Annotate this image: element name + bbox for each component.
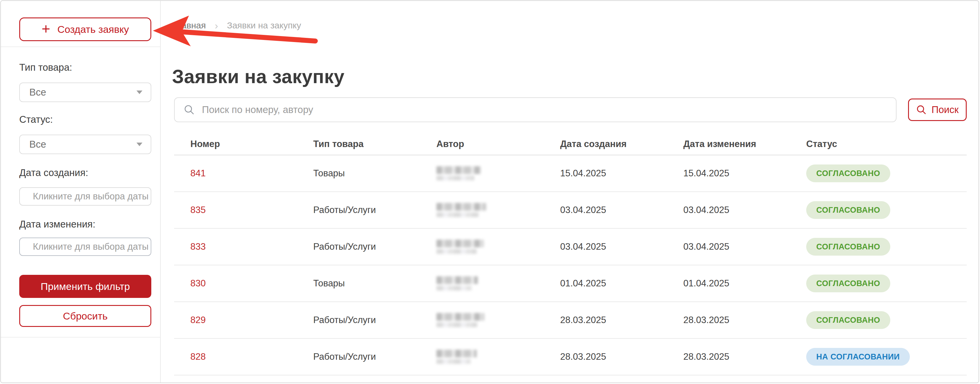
table-row[interactable]: 829 Работы/Услуги 28.03.2025 28.03.2025 … xyxy=(174,302,967,339)
search-button[interactable]: Поиск xyxy=(908,98,967,121)
request-modified-date: 03.04.2025 xyxy=(667,241,790,252)
product-type-select[interactable]: Все xyxy=(19,83,151,102)
request-type: Работы/Услуги xyxy=(297,241,420,252)
page-title: Заявки на закупку xyxy=(172,66,345,87)
status-badge: СОГЛАСОВАНО xyxy=(806,201,890,219)
request-status-cell: СОГЛАСОВАНО xyxy=(790,275,967,292)
product-type-value: Все xyxy=(29,87,137,98)
request-created-date: 03.04.2025 xyxy=(544,241,667,252)
create-request-label: Создать заявку xyxy=(57,24,129,35)
request-number-link[interactable]: 833 xyxy=(174,241,297,252)
request-modified-date: 03.04.2025 xyxy=(667,205,790,215)
table-row[interactable]: 835 Работы/Услуги 03.04.2025 03.04.2025 … xyxy=(174,192,967,228)
table-row[interactable]: 828 Работы/Услуги 28.03.2025 28.03.2025 … xyxy=(174,339,967,375)
request-number-link[interactable]: 841 xyxy=(174,168,297,179)
table-body: 841 Товары 15.04.2025 15.04.2025 СОГЛАСО… xyxy=(174,156,967,375)
breadcrumb-home-link[interactable]: Главная xyxy=(172,21,206,30)
request-modified-date: 28.03.2025 xyxy=(667,315,790,325)
request-status-cell: СОГЛАСОВАНО xyxy=(790,238,967,255)
status-label: Статус: xyxy=(19,114,53,125)
status-badge: СОГЛАСОВАНО xyxy=(806,165,890,182)
column-header-status: Статус xyxy=(790,139,967,149)
breadcrumb: Главная › Заявки на закупку xyxy=(172,21,301,30)
request-type: Товары xyxy=(297,168,420,179)
search-placeholder: Поиск по номеру, автору xyxy=(202,104,313,115)
redacted-author xyxy=(436,276,478,290)
sidebar-divider xyxy=(1,337,161,338)
breadcrumb-current: Заявки на закупку xyxy=(227,21,301,30)
create-request-button[interactable]: + Создать заявку xyxy=(19,17,151,41)
status-badge: НА СОГЛАСОВАНИИ xyxy=(806,348,910,366)
column-header-created: Дата создания xyxy=(544,139,667,149)
request-type: Работы/Услуги xyxy=(297,205,420,215)
request-modified-date: 28.03.2025 xyxy=(667,351,790,362)
request-author xyxy=(420,166,544,181)
search-icon xyxy=(184,104,195,115)
modified-date-input[interactable]: Кликните для выбора даты xyxy=(19,238,151,256)
column-header-type: Тип товара xyxy=(297,139,420,149)
status-badge: СОГЛАСОВАНО xyxy=(806,275,890,292)
created-date-placeholder: Кликните для выбора даты xyxy=(33,191,149,202)
status-value: Все xyxy=(29,139,137,150)
request-number-link[interactable]: 830 xyxy=(174,278,297,289)
request-author xyxy=(420,240,544,254)
search-button-label: Поиск xyxy=(931,104,958,115)
request-created-date: 28.03.2025 xyxy=(544,315,667,325)
table-row[interactable]: 841 Товары 15.04.2025 15.04.2025 СОГЛАСО… xyxy=(174,156,967,192)
status-badge: СОГЛАСОВАНО xyxy=(806,311,890,329)
request-author xyxy=(420,276,544,290)
column-header-author: Автор xyxy=(420,139,544,149)
request-modified-date: 15.04.2025 xyxy=(667,168,790,179)
request-author xyxy=(420,350,544,364)
request-number-link[interactable]: 828 xyxy=(174,351,297,362)
redacted-author xyxy=(436,350,477,364)
modified-date-label: Дата изменения: xyxy=(19,219,95,230)
redacted-author xyxy=(436,166,481,181)
requests-table: Номер Тип товара Автор Дата создания Дат… xyxy=(174,133,967,375)
table-row[interactable]: 830 Товары 01.04.2025 01.04.2025 СОГЛАСО… xyxy=(174,265,967,302)
request-type: Товары xyxy=(297,278,420,289)
request-status-cell: СОГЛАСОВАНО xyxy=(790,165,967,182)
request-created-date: 03.04.2025 xyxy=(544,205,667,215)
product-type-label: Тип товара: xyxy=(19,62,72,73)
status-select[interactable]: Все xyxy=(19,135,151,154)
table-header-row: Номер Тип товара Автор Дата создания Дат… xyxy=(174,133,967,156)
redacted-author xyxy=(436,240,484,254)
request-created-date: 28.03.2025 xyxy=(544,351,667,362)
filters-sidebar: + Создать заявку Тип товара: Все Статус:… xyxy=(1,1,161,382)
reset-filter-button[interactable]: Сбросить xyxy=(19,305,151,327)
request-modified-date: 01.04.2025 xyxy=(667,278,790,289)
request-status-cell: СОГЛАСОВАНО xyxy=(790,201,967,219)
request-author xyxy=(420,203,544,217)
chevron-down-icon xyxy=(137,143,142,146)
request-status-cell: НА СОГЛАСОВАНИИ xyxy=(790,348,967,366)
search-icon xyxy=(916,105,927,115)
sidebar-divider xyxy=(1,46,161,47)
purchase-requests-page: + Создать заявку Тип товара: Все Статус:… xyxy=(0,0,979,383)
column-header-number: Номер xyxy=(174,139,297,149)
column-header-modified: Дата изменения xyxy=(667,139,790,149)
request-number-link[interactable]: 829 xyxy=(174,315,297,325)
request-author xyxy=(420,313,544,327)
modified-date-placeholder: Кликните для выбора даты xyxy=(33,241,149,252)
request-status-cell: СОГЛАСОВАНО xyxy=(790,311,967,329)
chevron-down-icon xyxy=(137,90,142,94)
redacted-author xyxy=(436,313,484,327)
request-type: Работы/Услуги xyxy=(297,315,420,325)
table-row[interactable]: 833 Работы/Услуги 03.04.2025 03.04.2025 … xyxy=(174,228,967,265)
search-input[interactable]: Поиск по номеру, автору xyxy=(174,97,897,122)
redacted-author xyxy=(436,203,486,217)
created-date-input[interactable]: Кликните для выбора даты xyxy=(19,187,151,206)
request-created-date: 15.04.2025 xyxy=(544,168,667,179)
request-created-date: 01.04.2025 xyxy=(544,278,667,289)
created-date-label: Дата создания: xyxy=(19,167,88,178)
status-badge: СОГЛАСОВАНО xyxy=(806,238,890,255)
apply-filter-button[interactable]: Применить фильтр xyxy=(19,275,151,298)
request-number-link[interactable]: 835 xyxy=(174,205,297,215)
request-type: Работы/Услуги xyxy=(297,351,420,362)
breadcrumb-chevron-icon: › xyxy=(215,21,218,30)
